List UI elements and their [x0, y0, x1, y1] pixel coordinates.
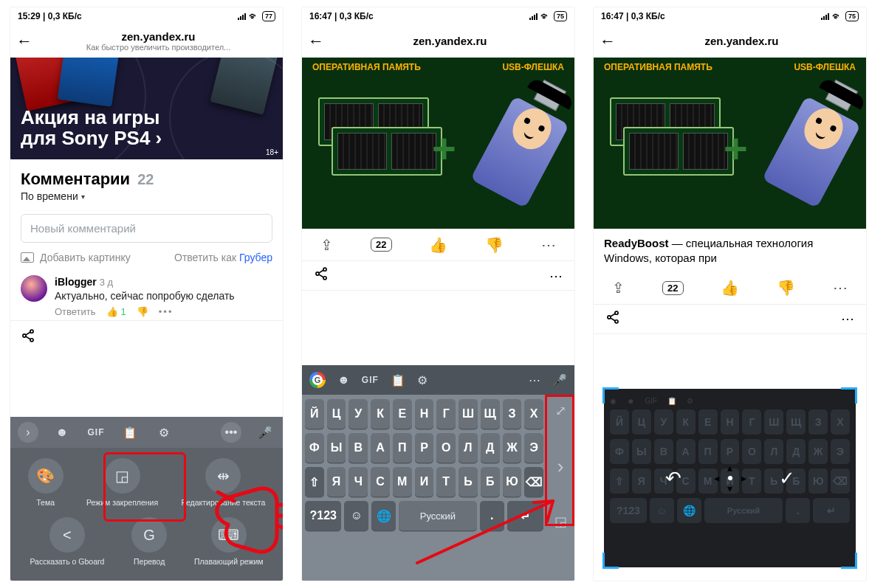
key-С[interactable]: С — [371, 467, 390, 497]
clipboard-icon[interactable]: 📋 — [391, 373, 405, 387]
key-Н[interactable]: Н — [415, 399, 434, 429]
add-image-label[interactable]: Добавить картинку — [40, 252, 131, 263]
more-icon[interactable]: ⋯ — [549, 268, 563, 284]
share-icon[interactable] — [605, 310, 620, 328]
phone-1: 15:29 | 0,3 КБ/с ᯤ 77 ← zen.yandex.ru Ка… — [10, 7, 283, 581]
undo-icon[interactable]: ↶ — [665, 467, 681, 490]
key-Ж[interactable]: Ж — [503, 433, 522, 463]
url-text[interactable]: zen.yandex.ru — [623, 35, 860, 48]
status-bar: 15:29 | 0,3 КБ/с ᯤ 77 — [10, 7, 283, 25]
key-А[interactable]: А — [371, 433, 390, 463]
key-Е[interactable]: Е — [393, 399, 412, 429]
thumb-up-icon[interactable]: 👍 — [721, 279, 739, 297]
battery-badge: 75 — [554, 11, 567, 21]
key-Ц[interactable]: Ц — [327, 399, 346, 429]
image-icon[interactable] — [21, 252, 34, 263]
phone-2: 16:47 | 0,3 КБ/с ᯤ 75 ← zen.yandex.ru ОП… — [302, 7, 574, 581]
status-net: 0,3 КБ/с — [340, 11, 374, 21]
gboard-translate-cell[interactable]: GПеревод — [131, 517, 167, 566]
share-out-icon[interactable]: ⇪ — [612, 279, 625, 297]
key-У[interactable]: У — [348, 399, 368, 429]
key-Р[interactable]: Р — [415, 433, 434, 463]
key-З[interactable]: З — [503, 399, 522, 429]
wifi-icon: ᯤ — [540, 10, 551, 22]
key-Ы[interactable]: Ы — [327, 433, 346, 463]
chevron-down-icon: ▾ — [81, 193, 85, 201]
share-row[interactable] — [10, 320, 283, 354]
comments-count-box[interactable]: 22 — [662, 281, 683, 295]
key-emoji[interactable]: ☺ — [344, 501, 368, 530]
sub-share-row[interactable]: ⋯ — [594, 305, 866, 334]
more-icon[interactable]: ⋯ — [541, 236, 556, 254]
gboard-theme-cell[interactable]: 🎨Тема — [28, 458, 63, 507]
more-chip-icon[interactable]: ••• — [221, 422, 241, 443]
key-num[interactable]: ?123 — [305, 501, 341, 530]
gif-icon[interactable]: GIF — [86, 422, 106, 443]
gboard-share-cell[interactable]: <Рассказать о Gboard — [30, 517, 104, 566]
sort-dropdown[interactable]: По времени▾ — [10, 190, 283, 210]
signal-icon — [821, 13, 829, 20]
more-icon[interactable]: ••• — [159, 306, 174, 317]
key-Э[interactable]: Э — [524, 433, 543, 463]
gear-icon[interactable]: ⚙ — [417, 373, 427, 387]
key-Ф[interactable]: Ф — [305, 433, 324, 463]
sub-share-row[interactable]: ⋯ — [302, 261, 574, 291]
back-chip-icon[interactable]: › — [18, 422, 38, 443]
key-globe[interactable]: 🌐 — [371, 501, 396, 530]
comments-count-box[interactable]: 22 — [371, 238, 391, 252]
more-icon[interactable]: ⋯ — [529, 373, 540, 387]
url-text[interactable]: zen.yandex.ru — [40, 31, 277, 44]
key-П[interactable]: П — [393, 433, 412, 463]
key-Ш[interactable]: Ш — [459, 399, 478, 429]
gear-icon[interactable]: ⚙ — [154, 422, 174, 443]
key-Щ[interactable]: Щ — [481, 399, 500, 429]
sticker-icon[interactable]: ☻ — [52, 422, 72, 443]
key-О[interactable]: О — [436, 433, 456, 463]
share-out-icon[interactable]: ⇪ — [320, 236, 333, 254]
comment-item: iBlogger3 д Актуально, сейчас попробую с… — [10, 271, 283, 320]
sticker-icon[interactable]: ☻ — [337, 373, 350, 387]
more-icon[interactable]: ⋯ — [833, 279, 848, 297]
avatar[interactable] — [21, 275, 47, 302]
key-⇧[interactable]: ⇧ — [305, 467, 324, 497]
reply-button[interactable]: Ответить — [55, 306, 96, 317]
status-time: 16:47 — [309, 11, 332, 21]
google-icon[interactable]: G — [309, 372, 326, 388]
hero-banner[interactable]: Акция на игрыдля Sony PS4 › 18+ — [10, 58, 283, 159]
back-icon[interactable]: ← — [308, 32, 324, 51]
more-icon[interactable]: ⋯ — [841, 311, 854, 327]
comment-author[interactable]: iBlogger — [55, 276, 97, 288]
new-comment-input[interactable]: Новый комментарий — [21, 214, 272, 243]
share-icon[interactable] — [21, 331, 35, 346]
dislike-button[interactable]: 👎 — [137, 306, 148, 317]
floating-keyboard-overlay[interactable]: ◉ ☻ GIF 📋 ⚙ ЙЦУКЕНГШЩЗХФЫВАПРОЛДЖЭ⇧ЯЧСМИ… — [604, 389, 856, 567]
thumb-down-icon[interactable]: 👎 — [485, 236, 504, 254]
key-Л[interactable]: Л — [459, 433, 478, 463]
thumb-down-icon[interactable]: 👎 — [777, 279, 795, 297]
key-Ч[interactable]: Ч — [348, 467, 368, 497]
browser-bar: ← zen.yandex.ru Как быстро увеличить про… — [10, 25, 283, 58]
status-net: 0,3 КБ/с — [48, 11, 82, 21]
key-Я[interactable]: Я — [327, 467, 346, 497]
back-icon[interactable]: ← — [16, 32, 32, 51]
key-Х[interactable]: Х — [524, 399, 543, 429]
mic-icon[interactable]: 🎤 — [255, 422, 275, 443]
share-icon[interactable] — [314, 266, 329, 285]
gif-icon[interactable]: GIF — [362, 375, 379, 385]
age-badge: 18+ — [266, 148, 278, 156]
like-button[interactable]: 👍 1 — [106, 306, 126, 317]
clipboard-icon[interactable]: 📋 — [120, 422, 140, 443]
thumb-up-icon[interactable]: 👍 — [429, 236, 447, 254]
move-handle-icon[interactable]: ▴◂▸▾ — [714, 463, 746, 494]
key-К[interactable]: К — [371, 399, 390, 429]
article-image: ОПЕРАТИВНАЯ ПАМЯТЬ USB-ФЛЕШКА + — [594, 58, 866, 229]
url-text[interactable]: zen.yandex.ru — [332, 35, 569, 48]
key-Й[interactable]: Й — [305, 399, 324, 429]
key-Г[interactable]: Г — [436, 399, 456, 429]
key-М[interactable]: М — [393, 467, 412, 497]
key-Д[interactable]: Д — [481, 433, 500, 463]
confirm-icon[interactable]: ✓ — [779, 467, 795, 490]
mic-icon[interactable]: 🎤 — [552, 373, 567, 387]
key-В[interactable]: В — [348, 433, 368, 463]
back-icon[interactable]: ← — [600, 32, 616, 51]
